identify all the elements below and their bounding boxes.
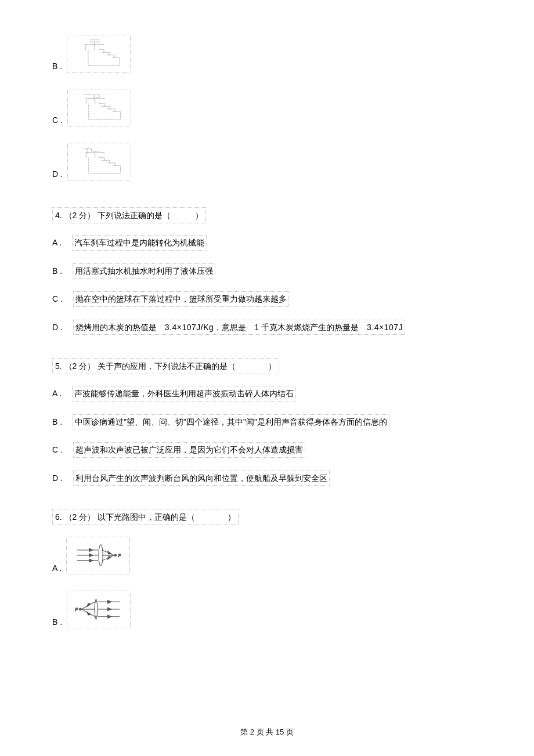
option-text: 超声波和次声波已被广泛应用，是因为它们不会对人体造成损害 [73, 442, 305, 457]
svg-marker-26 [108, 615, 111, 618]
svg-text:F: F [75, 607, 78, 612]
d-text-mid: ，意思是 1 千克木炭燃烧产生的热量是 [214, 323, 367, 332]
option-label: D . [52, 473, 63, 483]
q3-option-c: C . [52, 89, 482, 126]
d-val2: 3.4×107J [367, 323, 403, 332]
option-text: 用活塞式抽水机抽水时利用了液体压强 [73, 263, 215, 278]
optics-diagram-a: F [66, 537, 130, 574]
question-5: 5. （2 分） 关于声的应用，下列说法不正确的是（ ） [52, 358, 279, 374]
question-text: 下列说法正确的是（ ） [98, 211, 203, 220]
option-label: D . [52, 323, 63, 332]
option-label: B . [52, 266, 62, 276]
diagram-b-image [67, 35, 131, 73]
q6-option-a: A . F [52, 537, 482, 574]
d-val1: 3.4×107J/Kg [165, 323, 214, 332]
diagram-d-image [67, 143, 131, 180]
option-label: A . [52, 389, 62, 398]
d-text-pre: 烧烤用的木炭的热值是 [75, 323, 165, 332]
svg-point-15 [80, 609, 82, 611]
option-label: D . [52, 168, 63, 180]
option-text: 汽车刹车过程中是内能转化为机械能 [72, 235, 207, 250]
question-text: 关于声的应用，下列说法不正确的是（ ） [98, 361, 276, 371]
q5-option-c: C . 超声波和次声波已被广泛应用，是因为它们不会对人体造成损害 [52, 442, 482, 457]
q5-option-b: B . 中医诊病通过"望、闻、问、切"四个途径，其中"闻"是利用声音获得身体各方… [52, 414, 482, 429]
option-label: B . [52, 60, 62, 73]
option-label: A . [52, 238, 62, 247]
q5-option-a: A . 声波能够传递能量，外科医生利用超声波振动击碎人体内结石 [52, 386, 482, 401]
q3-option-d: D . [52, 143, 482, 180]
svg-marker-1 [89, 549, 93, 552]
svg-marker-5 [89, 559, 93, 562]
q4-option-c: C . 抛在空中的篮球在下落过程中，篮球所受重力做功越来越多 [52, 291, 482, 306]
question-points: （2 分） [64, 361, 96, 371]
page-footer: 第 2 页 共 15 页 [0, 726, 534, 739]
question-4: 4. （2 分） 下列说法正确的是（ ） [52, 207, 206, 223]
svg-marker-24 [108, 608, 111, 611]
q4-option-a: A . 汽车刹车过程中是内能转化为机械能 [52, 235, 482, 250]
svg-marker-22 [108, 601, 111, 603]
q3-option-b: B . [52, 35, 482, 73]
option-text: 抛在空中的篮球在下落过程中，篮球所受重力做功越来越多 [73, 291, 289, 306]
option-text: 烧烤用的木炭的热值是 3.4×107J/Kg，意思是 1 千克木炭燃烧产生的热量… [73, 320, 405, 335]
q4-option-d: D . 烧烤用的木炭的热值是 3.4×107J/Kg，意思是 1 千克木炭燃烧产… [52, 320, 482, 335]
q6-option-b: B . F [52, 591, 482, 628]
question-number: 6. [55, 512, 62, 522]
optics-diagram-b: F [67, 591, 131, 628]
option-label: A . [52, 562, 62, 574]
svg-marker-8 [108, 551, 111, 554]
option-label: C . [52, 445, 63, 454]
option-label: C . [52, 114, 63, 126]
q5-option-d: D . 利用台风产生的次声波判断台风的风向和位置，使航船及早躲到安全区 [52, 471, 482, 486]
option-text: 声波能够传递能量，外科医生利用超声波振动击碎人体内结石 [72, 386, 296, 401]
option-text: 利用台风产生的次声波判断台风的风向和位置，使航船及早躲到安全区 [73, 471, 330, 486]
svg-marker-3 [89, 554, 93, 557]
svg-marker-20 [87, 612, 91, 615]
svg-point-12 [114, 555, 117, 557]
question-number: 4. [55, 211, 62, 220]
option-text: 中医诊病通过"望、闻、问、切"四个途径，其中"闻"是利用声音获得身体各方面的信息… [73, 414, 389, 429]
question-number: 5. [55, 361, 62, 371]
question-6: 6. （2 分） 以下光路图中，正确的是（ ） [52, 509, 239, 525]
option-label: B . [52, 417, 62, 426]
svg-marker-17 [87, 603, 91, 606]
diagram-c-image [67, 89, 131, 126]
option-label: C . [52, 294, 63, 303]
q4-option-b: B . 用活塞式抽水机抽水时利用了液体压强 [52, 263, 482, 278]
svg-point-6 [99, 545, 103, 566]
question-points: （2 分） [64, 512, 96, 522]
option-label: B . [52, 616, 62, 628]
svg-marker-11 [108, 556, 111, 559]
svg-text:F: F [118, 553, 121, 558]
question-points: （2 分） [64, 211, 96, 220]
question-text: 以下光路图中，正确的是（ ） [98, 512, 236, 522]
